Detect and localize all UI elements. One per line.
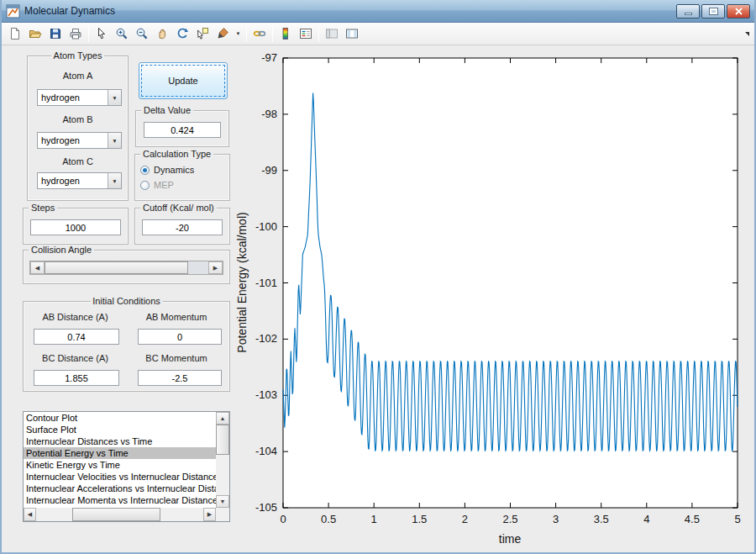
zoom-out-button[interactable] [132, 24, 152, 44]
scroll-down-icon[interactable]: ▼ [216, 495, 229, 508]
open-file-icon [29, 27, 42, 40]
toolbar-overflow-icon[interactable] [745, 32, 749, 36]
plot-type-listbox[interactable]: Contour PlotSurface PlotInternuclear Dis… [23, 411, 230, 522]
bc-distance-label: BC Distance (A) [27, 353, 123, 363]
pan-button[interactable] [152, 24, 172, 44]
hide-plot-tools-icon [325, 27, 339, 40]
list-item[interactable]: Kinetic Energy vs Time [24, 459, 216, 471]
panel-title: Initial Conditions [90, 296, 163, 306]
slider-right-arrow-icon[interactable]: ▶ [208, 261, 223, 274]
insert-colorbar-button[interactable] [276, 24, 296, 44]
svg-text:-103: -103 [255, 388, 277, 401]
list-item[interactable]: Internuclear Accelerations vs Internucle… [24, 483, 216, 494]
edit-plot-button[interactable] [92, 24, 112, 44]
chevron-down-icon[interactable]: ▼ [108, 133, 121, 148]
data-cursor-icon [196, 27, 209, 40]
figure-window: Molecular Dynamics [0, 0, 756, 554]
dropdown-value: hydrogen [38, 176, 108, 186]
new-figure-icon [8, 27, 22, 40]
svg-text:3.5: 3.5 [594, 513, 609, 525]
cutoff-field[interactable] [142, 219, 223, 235]
ab-momentum-field[interactable] [138, 329, 222, 345]
insert-legend-button[interactable] [296, 24, 316, 44]
radio-mep[interactable]: MEP [140, 179, 174, 191]
list-item[interactable]: Internuclear Velocities vs Internuclear … [24, 471, 216, 483]
horizontal-scroll-thumb[interactable] [72, 508, 160, 521]
slider-left-arrow-icon[interactable]: ◀ [30, 261, 45, 274]
close-button[interactable] [727, 4, 750, 18]
list-item[interactable]: Internuclear Distances vs Time [24, 435, 216, 447]
link-plot-button[interactable] [249, 24, 270, 44]
svg-text:-100: -100 [255, 220, 277, 233]
hide-plot-tools-button[interactable] [322, 24, 342, 44]
scroll-left-icon[interactable]: ◀ [24, 508, 36, 521]
toolbar-separator [272, 26, 273, 42]
svg-text:4.5: 4.5 [685, 513, 700, 525]
atom-a-dropdown[interactable]: hydrogen ▼ [37, 89, 122, 106]
bc-distance-field[interactable] [34, 370, 119, 386]
svg-text:0.5: 0.5 [321, 513, 336, 525]
brush-button[interactable] [213, 24, 233, 44]
ab-distance-field[interactable] [34, 329, 119, 345]
data-cursor-button[interactable] [192, 24, 213, 44]
atom-b-dropdown[interactable]: hydrogen ▼ [37, 132, 122, 149]
listbox-vertical-scrollbar[interactable]: ▲ ▼ [216, 412, 229, 508]
atom-c-label: Atom C [27, 156, 129, 166]
vertical-scroll-thumb[interactable] [216, 425, 229, 455]
bc-momentum-field[interactable] [138, 370, 222, 386]
brush-menu-button[interactable]: ▼ [233, 24, 244, 44]
steps-field[interactable] [30, 219, 121, 235]
atom-c-dropdown[interactable]: hydrogen ▼ [37, 172, 122, 189]
svg-text:2: 2 [462, 513, 468, 525]
panel-title: Collision Angle [29, 245, 94, 255]
show-plot-tools-icon [345, 27, 359, 40]
link-plot-icon [253, 27, 266, 40]
list-item[interactable]: Internuclear Momenta vs Internuclear Dis… [24, 494, 216, 506]
slider-track[interactable] [188, 261, 208, 274]
minimize-button[interactable] [676, 4, 700, 18]
update-button[interactable]: Update [139, 62, 228, 99]
panel-title: Atom Types [51, 50, 105, 61]
zoom-in-button[interactable] [112, 24, 132, 44]
radio-dynamics[interactable]: Dynamics [140, 164, 194, 176]
maximize-icon [710, 8, 717, 14]
toolbar-separator [88, 26, 89, 42]
rotate-3d-button[interactable] [172, 24, 192, 44]
chevron-down-icon[interactable]: ▼ [108, 173, 121, 188]
svg-text:-98: -98 [261, 108, 277, 120]
listbox-horizontal-scrollbar[interactable]: ◀ ▶ [24, 508, 216, 521]
insert-legend-icon [299, 27, 312, 40]
svg-text:3: 3 [553, 513, 559, 525]
show-plot-tools-button[interactable] [342, 24, 362, 44]
zoom-in-icon [115, 27, 129, 40]
slider-thumb[interactable] [45, 261, 188, 274]
scroll-up-icon[interactable]: ▲ [216, 412, 229, 425]
print-figure-button[interactable] [66, 24, 86, 44]
radio-selected-icon [140, 166, 150, 175]
listbox-items: Contour PlotSurface PlotInternuclear Dis… [24, 412, 216, 508]
panel-title: Calculation Type [140, 149, 213, 159]
list-item[interactable]: Potential Energy vs Time [24, 447, 216, 459]
calculation-type-panel: Calculation Type [134, 154, 230, 201]
toolbar-separator [318, 26, 319, 42]
scroll-right-icon[interactable]: ▶ [203, 508, 216, 521]
maximize-button[interactable] [701, 4, 725, 18]
bc-momentum-label: BC Momentum [129, 353, 223, 363]
chevron-down-icon[interactable]: ▼ [108, 90, 121, 105]
radio-label: Dynamics [154, 165, 194, 175]
ab-distance-label: AB Distance (A) [27, 312, 123, 322]
save-figure-button[interactable] [45, 24, 66, 44]
close-icon [735, 8, 743, 15]
list-item[interactable]: Contour Plot [24, 412, 216, 424]
list-item[interactable]: Surface Plot [24, 424, 216, 435]
new-figure-button[interactable] [5, 24, 25, 44]
titlebar[interactable]: Molecular Dynamics [2, 0, 754, 23]
svg-text:0: 0 [280, 513, 286, 525]
delta-value-field[interactable] [144, 122, 221, 138]
open-file-button[interactable] [25, 24, 45, 44]
save-figure-icon [49, 27, 62, 40]
svg-text:1: 1 [371, 513, 377, 525]
panel-title: Cutoff (Kcal/ mol) [140, 203, 217, 213]
svg-text:-99: -99 [261, 164, 277, 177]
collision-angle-slider[interactable]: ◀ ▶ [29, 261, 223, 275]
